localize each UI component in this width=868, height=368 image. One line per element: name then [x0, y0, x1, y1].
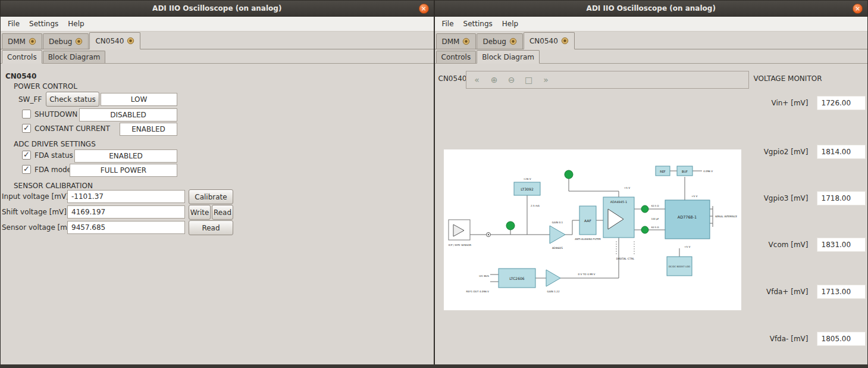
- ad7768-label: AD7768-1: [677, 215, 696, 220]
- ref-buf-blocks: REF BUF 4.096 V: [656, 166, 713, 176]
- shutdown-label: SHUTDOWN: [35, 110, 77, 119]
- plus26v-label: +26 V: [523, 177, 531, 180]
- close-button[interactable]: ×: [419, 4, 429, 14]
- subtab-controls[interactable]: Controls: [2, 50, 42, 64]
- r-filter-label: 62.5 Ω: [651, 204, 659, 207]
- ltc2606-block: LTC2606 I2C BUS REF1 OUT 4.096 V: [466, 269, 535, 293]
- digital-ctrl-label: DIGITAL CTRL: [616, 257, 634, 260]
- sensor-label: ICP / IEPE SENSOR: [448, 244, 471, 247]
- shutdown-checkbox[interactable]: [22, 110, 31, 118]
- zoom-in-icon[interactable]: ⊕: [488, 74, 500, 86]
- range-label: 0 V TO 4.99 V: [578, 273, 595, 276]
- read-button[interactable]: Read: [212, 205, 233, 220]
- menu-file[interactable]: File: [3, 17, 24, 31]
- oscilloscope-tab-icon: [29, 38, 36, 45]
- close-icon: ×: [855, 5, 860, 13]
- c-filter-label: 100 pF: [651, 217, 659, 220]
- fda-status-checkbox[interactable]: [22, 151, 31, 160]
- menu-help[interactable]: Help: [497, 17, 523, 31]
- serial-interface-label: SERIAL INTERFACE: [715, 215, 738, 218]
- titlebar[interactable]: ADI IIO Oscilloscope (on analog) ×: [1, 1, 434, 17]
- dac-buffer-amp: GAIN 1.22 0 V TO 4.99 V: [546, 270, 596, 293]
- menu-settings[interactable]: Settings: [459, 17, 497, 31]
- oscilloscope-tab-icon: [462, 38, 470, 45]
- voltage-monitor-heading: VOLTAGE MONITOR: [754, 74, 822, 83]
- tab-dmm[interactable]: DMM: [436, 33, 477, 49]
- vfda-minus-label: Vfda- [mV]: [735, 335, 809, 344]
- subtab-label: Controls: [7, 53, 37, 61]
- ad8605-label: AD8605: [552, 247, 563, 250]
- junction-node: [486, 233, 490, 237]
- window-left: ADI IIO Oscilloscope (on analog) × File …: [0, 0, 434, 364]
- ref1-out-label: REF1 OUT 4.096 V: [466, 290, 489, 293]
- close-button[interactable]: ×: [853, 4, 863, 14]
- tab-debug[interactable]: Debug: [43, 33, 89, 49]
- bottom-edge: [0, 364, 868, 368]
- aaf-label: AAF: [584, 219, 591, 223]
- titlebar[interactable]: ADI IIO Oscilloscope (on analog) ×: [435, 1, 868, 17]
- plus5v-label: +5 V: [691, 195, 698, 198]
- window-title: ADI IIO Oscilloscope (on analog): [152, 4, 281, 13]
- subtab-block-diagram[interactable]: Block Diagram: [477, 50, 540, 64]
- vin-plus-label: Vin+ [mV]: [735, 99, 809, 108]
- sensor-voltage-field: 9457.685: [67, 221, 185, 234]
- adc-driver-heading: ADC DRIVER SETTINGS: [14, 140, 96, 149]
- block-diagram-panel: CN0540 « ⊕ ⊖ □ » VOLTAGE MONITOR Vin+ [m…: [435, 64, 868, 365]
- tab-cn0540[interactable]: CN0540: [89, 32, 140, 49]
- zoom-out-icon[interactable]: ⊖: [506, 74, 518, 86]
- constant-current-value-field: ENABLED: [120, 123, 177, 136]
- zoom-fit-icon[interactable]: □: [523, 74, 535, 86]
- input-voltage-field[interactable]: -1101.37: [67, 190, 185, 203]
- desktop: ADI IIO Oscilloscope (on analog) × File …: [0, 0, 868, 368]
- close-icon: ×: [421, 5, 426, 13]
- filter-labels: 62.5 Ω 62.5 Ω 100 pF: [651, 204, 659, 229]
- oscilloscope-tab-icon: [509, 38, 517, 45]
- window-right: ADI IIO Oscilloscope (on analog) × File …: [434, 0, 868, 364]
- current-source-label: 2.5 mA: [531, 204, 540, 207]
- zoom-start-icon[interactable]: «: [471, 74, 483, 86]
- zoom-end-icon[interactable]: »: [540, 74, 552, 86]
- tab-cn0540[interactable]: CN0540: [524, 32, 575, 49]
- tab-debug[interactable]: Debug: [477, 33, 522, 49]
- plus5v-label: +5 V: [684, 245, 691, 248]
- subtab-block-diagram[interactable]: Block Diagram: [43, 51, 106, 63]
- tab-dmm[interactable]: DMM: [2, 33, 42, 49]
- subtab-controls[interactable]: Controls: [436, 51, 477, 63]
- tab-label: Debug: [482, 38, 506, 46]
- check-status-button[interactable]: Check status: [46, 92, 99, 107]
- view-tabs: Controls Block Diagram: [435, 49, 868, 64]
- tab-label: DMM: [442, 38, 460, 46]
- view-tabs: Controls Block Diagram: [1, 49, 434, 64]
- menu-settings[interactable]: Settings: [24, 17, 63, 31]
- constant-current-checkbox[interactable]: [22, 124, 31, 133]
- menu-help[interactable]: Help: [63, 17, 89, 31]
- ad7768-block: AD7768-1 SERIAL INTERFACE +5 V: [665, 195, 738, 239]
- tab-label: Debug: [49, 38, 72, 46]
- window-title: ADI IIO Oscilloscope (on analog): [587, 4, 716, 13]
- tab-label: CN0540: [95, 37, 124, 45]
- vgpio3-label: Vgpio3 [mV]: [735, 194, 809, 203]
- sensor-read-button[interactable]: Read: [189, 220, 233, 235]
- fda-mode-checkbox[interactable]: [22, 165, 31, 174]
- menu-bar: File Settings Help: [1, 17, 434, 32]
- vcom-value: 1831.00: [817, 238, 866, 252]
- device-tabs: DMM Debug CN0540: [1, 32, 434, 49]
- tab-label: CN0540: [529, 37, 558, 45]
- subtab-label: Block Diagram: [482, 53, 534, 61]
- block-diagram-image: ICP / IEPE SENSOR LT3092 +26 V 2.5 mA AD…: [444, 149, 741, 310]
- aaf-block: AAF ANTI-ALIASING FILTER: [575, 206, 601, 241]
- sensor-calibration-heading: SENSOR CALIBRATION: [14, 182, 93, 191]
- aaf-caption: ANTI-ALIASING FILTER: [575, 238, 601, 241]
- vgpio3-value: 1718.00: [817, 191, 866, 205]
- lt3092-label: LT3092: [521, 187, 534, 191]
- power-control-heading: POWER CONTROL: [14, 82, 77, 91]
- write-button[interactable]: Write: [189, 205, 211, 220]
- shift-voltage-field[interactable]: 4169.197: [67, 205, 185, 219]
- menu-file[interactable]: File: [437, 17, 459, 31]
- vin-plus-value: 1726.00: [817, 96, 866, 110]
- controls-panel: CN0540 POWER CONTROL SW_FF Check status …: [1, 64, 434, 365]
- vgpio2-value: 1814.00: [817, 145, 866, 159]
- calibrate-button[interactable]: Calibrate: [189, 189, 233, 204]
- tab-label: DMM: [8, 38, 26, 46]
- r-filter-label: 62.5 Ω: [651, 226, 659, 229]
